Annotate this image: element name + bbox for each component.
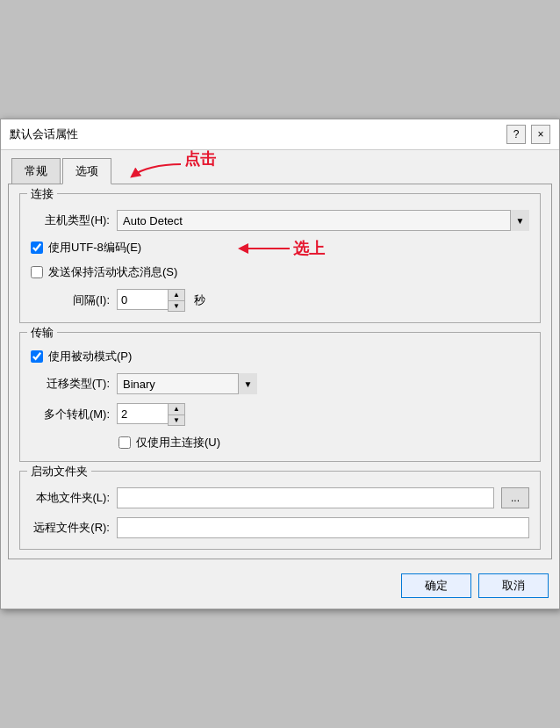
close-button[interactable]: ×: [531, 125, 550, 144]
dialog: 默认会话属性 ? × 常规 选项 点击: [0, 119, 560, 609]
utf8-label[interactable]: 使用UTF-8编码(E): [48, 240, 141, 256]
local-folder-input[interactable]: [117, 487, 494, 508]
keepalive-row: 发送保持活动状态消息(S): [31, 264, 529, 280]
local-folder-browse-button[interactable]: ...: [501, 487, 529, 508]
connection-section-label: 连接: [27, 186, 57, 202]
multi-transfer-spinner-buttons: ▲ ▼: [168, 403, 185, 426]
multi-transfer-label: 多个转机(M):: [31, 407, 110, 422]
passive-label[interactable]: 使用被动模式(P): [48, 349, 132, 364]
local-folder-row: 本地文件夹(L): ...: [31, 487, 529, 508]
transfer-type-label: 迁移类型(T):: [31, 376, 110, 392]
interval-row: 间隔(I): ▲ ▼ 秒: [31, 289, 529, 312]
interval-down-button[interactable]: ▼: [169, 300, 184, 311]
bottom-bar: 确定 取消: [1, 566, 559, 609]
startup-section-label: 启动文件夹: [27, 464, 91, 479]
host-type-row: 主机类型(H): Auto Detect FTP SFTP FTPS ▼: [31, 210, 529, 231]
interval-input[interactable]: [117, 289, 168, 310]
host-type-select[interactable]: Auto Detect FTP SFTP FTPS: [117, 210, 529, 231]
remote-folder-row: 远程文件夹(R):: [31, 517, 529, 538]
cancel-button[interactable]: 取消: [478, 573, 549, 598]
help-button[interactable]: ?: [506, 125, 526, 144]
passive-row: 使用被动模式(P): [31, 349, 529, 364]
transfer-type-row: 迁移类型(T): Binary ASCII Auto ▼: [31, 373, 529, 394]
main-connect-row: 仅使用主连接(U): [118, 435, 529, 450]
startup-section: 启动文件夹 本地文件夹(L): ... 远程文件夹(R):: [19, 471, 541, 550]
title-controls: ? ×: [506, 125, 550, 144]
ok-button[interactable]: 确定: [401, 573, 471, 598]
main-connect-label[interactable]: 仅使用主连接(U): [136, 435, 220, 450]
interval-spinner[interactable]: ▲ ▼: [117, 289, 187, 312]
remote-folder-label: 远程文件夹(R):: [31, 520, 110, 536]
main-content: 连接 主机类型(H): Auto Detect FTP SFTP FTPS ▼: [8, 184, 552, 559]
local-folder-label: 本地文件夹(L):: [31, 490, 110, 506]
multi-transfer-spinner[interactable]: ▲ ▼: [117, 403, 187, 426]
remote-folder-input[interactable]: [117, 517, 529, 538]
interval-up-button[interactable]: ▲: [169, 290, 184, 300]
transfer-type-select-wrapper[interactable]: Binary ASCII Auto ▼: [117, 373, 257, 394]
utf8-checkbox[interactable]: [31, 241, 43, 254]
tab-general[interactable]: 常规: [11, 158, 61, 184]
interval-unit: 秒: [194, 292, 205, 308]
multi-transfer-up-button[interactable]: ▲: [169, 404, 184, 414]
interval-spinner-buttons: ▲ ▼: [168, 289, 185, 312]
tabs-area: 常规 选项: [1, 150, 559, 184]
connection-section: 连接 主机类型(H): Auto Detect FTP SFTP FTPS ▼: [19, 193, 541, 323]
title-bar: 默认会话属性 ? ×: [1, 119, 559, 150]
utf8-row: 使用UTF-8编码(E): [31, 240, 529, 256]
host-type-select-wrapper[interactable]: Auto Detect FTP SFTP FTPS ▼: [117, 210, 529, 231]
interval-label: 间隔(I):: [31, 292, 110, 308]
keepalive-checkbox[interactable]: [31, 266, 43, 278]
transfer-type-select[interactable]: Binary ASCII Auto: [117, 373, 257, 394]
multi-transfer-row: 多个转机(M): ▲ ▼: [31, 403, 529, 426]
multi-transfer-down-button[interactable]: ▼: [169, 414, 184, 425]
keepalive-label[interactable]: 发送保持活动状态消息(S): [48, 264, 177, 280]
transfer-section: 传输 使用被动模式(P) 迁移类型(T): Binary ASCII Auto …: [19, 332, 541, 462]
transfer-section-label: 传输: [27, 325, 57, 341]
tab-options[interactable]: 选项: [62, 158, 111, 184]
main-connect-checkbox[interactable]: [118, 436, 131, 449]
dialog-title: 默认会话属性: [10, 126, 78, 142]
multi-transfer-input[interactable]: [117, 403, 168, 424]
host-type-label: 主机类型(H):: [31, 213, 110, 228]
passive-checkbox[interactable]: [31, 350, 43, 363]
